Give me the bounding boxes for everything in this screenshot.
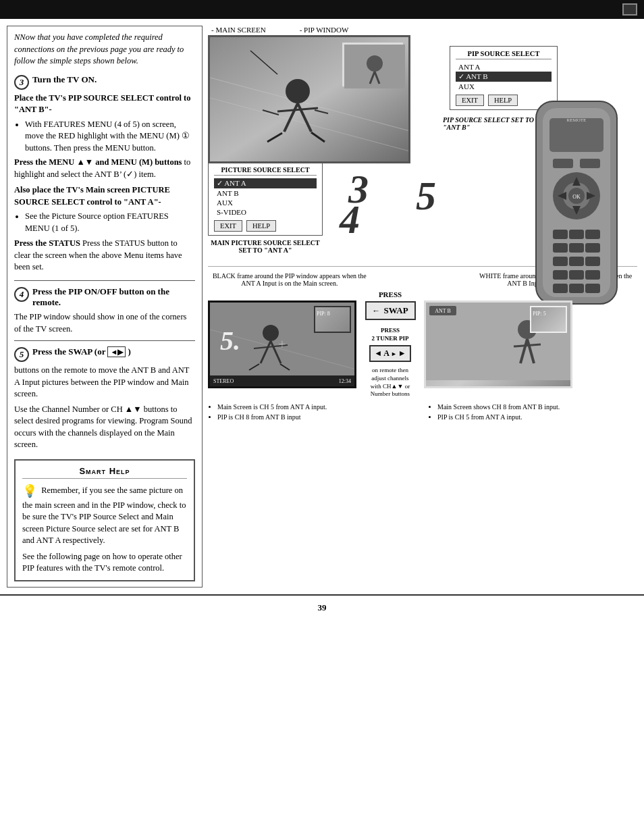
step-3-status: Press the STATUS Press the STATUS button… — [14, 238, 195, 273]
middle-section: PICTURE SOURCE SELECT ✓ ANT A ANT B AUX … — [208, 162, 637, 254]
svg-rect-40 — [585, 270, 600, 280]
picture-source-area: PICTURE SOURCE SELECT ✓ ANT A ANT B AUX … — [208, 162, 343, 254]
big-step-5: 5 — [416, 176, 436, 216]
tv-screen-area: - MAIN SCREEN - PIP WINDOW — [208, 26, 437, 163]
left-bullets-area: Main Screen is CH 5 from ANT A input. PI… — [208, 402, 356, 422]
svg-rect-33 — [569, 243, 584, 253]
smart-help-body: 💡 Remember, if you see the same picture … — [22, 483, 187, 575]
step-3-bullet1: With FEATURES MENU (4 of 5) on screen, m… — [25, 119, 195, 155]
svg-text:OK: OK — [572, 194, 581, 200]
left-bullet-1: Main Screen is CH 5 from ANT A input. — [217, 402, 356, 412]
press-label: PRESS — [379, 290, 402, 298]
svg-rect-28 — [580, 159, 600, 168]
svg-point-48 — [263, 325, 279, 341]
picture-option-ant-a[interactable]: ✓ ANT A — [214, 178, 317, 188]
step-5-title: Press the SWAP (or ◄▶ ) — [32, 346, 131, 358]
step-3-block: 3 Turn the TV ON. Place the TV's PIP SOU… — [14, 74, 195, 273]
picture-source-buttons: EXIT HELP — [214, 220, 317, 232]
page-number: 39 — [318, 602, 327, 613]
page-wrapper: NNow that you have completed the require… — [0, 0, 644, 834]
svg-text:5.: 5. — [220, 325, 240, 356]
svg-rect-39 — [569, 270, 584, 280]
pip-window-in-tv — [342, 43, 403, 86]
page-footer: 39 — [0, 594, 644, 617]
left-column: NNow that you have completed the require… — [7, 26, 203, 588]
picture-exit-btn[interactable]: EXIT — [214, 220, 242, 232]
svg-text:ANT B: ANT B — [435, 308, 451, 314]
pip-right-screen: ANT B PIP: 5 — [424, 301, 572, 388]
black-frame-caption: BLACK frame around the PIP window appear… — [208, 272, 371, 287]
left-pip-inner: PIP: 8 — [314, 306, 351, 333]
step-3-header: 3 Turn the TV ON. — [14, 74, 195, 90]
remote-area: OK — [516, 95, 641, 327]
svg-rect-18 — [549, 118, 603, 152]
content-area: NNow that you have completed the require… — [0, 19, 644, 588]
picture-source-title: PICTURE SOURCE SELECT — [214, 166, 317, 176]
tv-labels: - MAIN SCREEN - PIP WINDOW — [211, 26, 437, 34]
right-pip-inner: PIP: 5 — [530, 306, 567, 333]
pip-option-ant-a[interactable]: ANT A — [456, 62, 552, 72]
svg-rect-41 — [553, 284, 568, 293]
pip-source-title: PIP SOURCE SELECT — [456, 50, 552, 59]
svg-rect-31 — [585, 230, 600, 239]
step-5-header: 5 Press the SWAP (or ◄▶ ) — [14, 346, 195, 362]
step-4-block: 4 Press the PIP ON/OFF button on the rem… — [14, 286, 195, 336]
pip-option-ant-b[interactable]: ✓ ANT B — [456, 72, 552, 82]
swap-label: SWAP — [384, 305, 408, 315]
press-2tuner-label: PRESS 2 TUNER PIP — [372, 327, 409, 342]
tuner-icon-a: A — [383, 348, 390, 359]
picture-option-svideo[interactable]: S-VIDEO — [214, 207, 317, 217]
left-arrow-swap: ← — [372, 306, 380, 315]
svg-rect-38 — [553, 270, 568, 280]
intro-text: NNow that you have completed the require… — [14, 32, 195, 68]
step-3-title1: Turn the TV ON. — [32, 74, 97, 86]
pip-bullets-row: Main Screen is CH 5 from ANT A input. PI… — [208, 402, 637, 422]
divider-1 — [14, 280, 195, 281]
svg-rect-29 — [553, 230, 568, 239]
page-icon — [622, 3, 637, 16]
pip-graphic — [344, 45, 405, 88]
left-arrow-icon: ◄ — [374, 348, 382, 359]
tuner-button[interactable]: ◄ A ► ► — [369, 345, 410, 362]
step-3-title3: Also place the TV's Main screen PICTURE … — [14, 184, 195, 208]
divider-2 — [14, 340, 195, 341]
svg-text:REMOTE: REMOTE — [567, 118, 587, 123]
picture-source-box: PICTURE SOURCE SELECT ✓ ANT A ANT B AUX … — [208, 162, 323, 236]
step-5-body: buttons on the remote to move the ANT B … — [14, 365, 195, 451]
right-pip-label: PIP: 5 — [531, 310, 547, 317]
svg-point-3 — [286, 79, 310, 103]
time-text: 12:34 — [339, 378, 351, 384]
step-4-body: The PIP window should show in one of the… — [14, 311, 195, 335]
pip-option-aux[interactable]: AUX — [456, 82, 552, 91]
pip-exit-btn[interactable]: EXIT — [456, 95, 484, 106]
pip-help-btn[interactable]: HELP — [488, 95, 518, 106]
smart-help-title: Smart Help — [22, 466, 187, 479]
stereo-text: STEREO — [213, 378, 234, 384]
big-numbers-area: 3 5 — [348, 169, 436, 216]
right-column: - MAIN SCREEN - PIP WINDOW — [208, 26, 637, 588]
stereo-bar: STEREO 12:34 — [210, 375, 354, 386]
svg-rect-42 — [569, 284, 584, 293]
picture-option-aux[interactable]: AUX — [214, 198, 317, 207]
svg-rect-34 — [585, 243, 600, 253]
step-4-header: 4 Press the PIP ON/OFF button on the rem… — [14, 286, 195, 309]
picture-help-btn[interactable]: HELP — [246, 220, 276, 232]
pip-window-label: - PIP WINDOW — [300, 26, 349, 34]
plus-icon-left: + — [278, 337, 286, 353]
smart-help-box: Smart Help 💡 Remember, if you see the sa… — [14, 459, 195, 581]
left-pip-label: PIP: 8 — [315, 310, 331, 317]
step-3-body: Place the TV's PIP SOURCE SELECT control… — [14, 93, 195, 273]
step-5-block: 5 Press the SWAP (or ◄▶ ) buttons on the… — [14, 346, 195, 451]
svg-rect-43 — [585, 284, 600, 293]
svg-rect-37 — [585, 257, 600, 266]
picture-option-ant-b[interactable]: ANT B — [214, 188, 317, 198]
header-bar — [0, 0, 644, 19]
main-screen-label: - MAIN SCREEN — [211, 26, 266, 34]
svg-rect-30 — [569, 230, 584, 239]
remote-svg: OK — [516, 95, 637, 324]
step-4-title: Press the PIP ON/OFF button on the remot… — [32, 286, 195, 309]
svg-rect-36 — [569, 257, 584, 266]
right-arrow-icon: ► — [398, 348, 406, 359]
swap-button[interactable]: ← SWAP — [365, 301, 416, 320]
lightbulb-icon: 💡 — [22, 483, 37, 500]
